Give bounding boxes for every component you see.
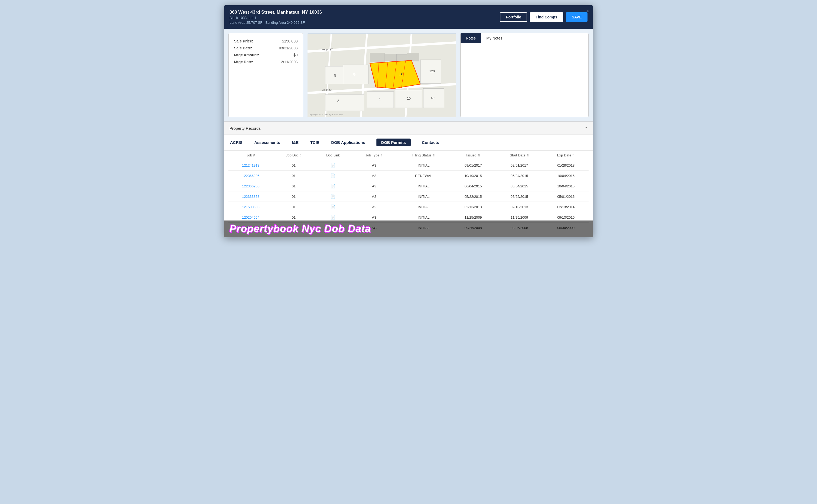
job-doc-cell: 01 <box>273 191 315 202</box>
document-icon[interactable]: 📄 <box>331 215 336 219</box>
svg-text:120: 120 <box>429 69 435 73</box>
col-start-date[interactable]: Start Date⇅ <box>495 151 543 160</box>
chevron-up-icon: ⌃ <box>584 126 587 131</box>
job-doc-cell: 01 <box>273 202 315 212</box>
start-date-cell: 02/13/2013 <box>495 202 543 212</box>
close-button[interactable]: × <box>586 8 589 14</box>
col-issued[interactable]: Issued⇅ <box>451 151 495 160</box>
notes-content <box>461 43 588 117</box>
filing-status-cell: INITIAL <box>396 212 451 223</box>
doc-link-cell[interactable]: 📄 <box>315 202 352 212</box>
svg-text:6: 6 <box>354 72 355 76</box>
job-num-cell[interactable]: 120204554 <box>229 212 273 223</box>
document-icon[interactable]: 📄 <box>331 163 336 167</box>
filing-status-cell: INITIAL <box>396 181 451 191</box>
sale-label: Mtge Date: <box>233 58 270 65</box>
table-row: 12236620601📄A3INITIAL06/04/201506/04/201… <box>229 181 588 191</box>
sale-value: $150,000 <box>270 38 299 45</box>
map-container: 18 120 5 6 2 1 10 49 W 43 ST W 44 ST Cop… <box>308 33 456 117</box>
notes-tabs: Notes My Notes <box>461 33 588 43</box>
doc-link-cell[interactable]: 📄 <box>315 181 352 191</box>
save-button[interactable]: SAVE <box>566 12 587 22</box>
document-icon[interactable]: 📄 <box>331 225 336 230</box>
sort-icon[interactable]: ⇅ <box>572 154 575 157</box>
col-doc-link: Doc Link <box>315 151 352 160</box>
col-exp-date[interactable]: Exp Date⇅ <box>543 151 588 160</box>
job-num-cell[interactable]: 110246225 <box>229 223 273 233</box>
svg-rect-7 <box>385 54 396 61</box>
svg-text:5: 5 <box>334 74 336 77</box>
property-modal: × 360 West 43rd Street, Manhattan, NY 10… <box>224 5 593 237</box>
document-icon[interactable]: 📄 <box>331 204 336 209</box>
records-tab-contacts[interactable]: Contacts <box>421 139 439 146</box>
svg-text:W 44 ST: W 44 ST <box>322 48 333 51</box>
doc-link-cell[interactable]: 📄 <box>315 212 352 223</box>
job-num-link[interactable]: 122366206 <box>242 174 260 178</box>
job-num-cell[interactable]: 122366206 <box>229 181 273 191</box>
records-tab-assessments[interactable]: Assessments <box>254 139 281 146</box>
job-type-cell: A3 <box>352 171 396 181</box>
col-job--: Job # <box>229 151 273 160</box>
sale-value: 12/11/2003 <box>270 58 299 65</box>
job-type-cell: A3 <box>352 160 396 171</box>
map-svg: 18 120 5 6 2 1 10 49 W 43 ST W 44 ST Cop… <box>308 33 456 117</box>
job-num-link[interactable]: 122333858 <box>242 195 260 199</box>
sale-info-row: Mtge Date:12/11/2003 <box>233 58 299 65</box>
job-num-cell[interactable]: 122366206 <box>229 171 273 181</box>
job-num-cell[interactable]: 121241913 <box>229 160 273 171</box>
svg-text:49: 49 <box>431 96 434 100</box>
job-num-cell[interactable]: 122333858 <box>229 191 273 202</box>
property-records-title: Property Records <box>230 126 261 131</box>
job-doc-cell: 01 <box>273 181 315 191</box>
portfolio-button[interactable]: Portfolio <box>500 12 527 22</box>
sort-icon[interactable]: ⇅ <box>433 154 435 157</box>
job-type-cell: A3 <box>352 212 396 223</box>
document-icon[interactable]: 📄 <box>331 173 336 178</box>
exp-date-cell: 10/04/2016 <box>543 171 588 181</box>
job-num-link[interactable]: 122366206 <box>242 184 260 188</box>
records-tab-acris[interactable]: ACRIS <box>230 139 243 146</box>
job-num-link[interactable]: 120204554 <box>242 215 260 219</box>
job-type-cell: A3 <box>352 181 396 191</box>
svg-text:18: 18 <box>399 72 403 76</box>
col-job-type[interactable]: Job Type⇅ <box>352 151 396 160</box>
job-num-link[interactable]: 110246225 <box>242 226 260 230</box>
doc-link-cell[interactable]: 📄 <box>315 171 352 181</box>
tab-my-notes[interactable]: My Notes <box>481 33 508 43</box>
svg-text:1: 1 <box>379 97 381 101</box>
document-icon[interactable]: 📄 <box>331 184 336 188</box>
doc-link-cell[interactable]: 📄 <box>315 223 352 233</box>
modal-body: Sale Price:$150,000Sale Date:03/31/2008M… <box>224 29 593 122</box>
issued-cell: 06/04/2015 <box>451 181 495 191</box>
filing-status-cell: INITIAL <box>396 160 451 171</box>
records-tab-dob-applications[interactable]: DOB Applications <box>331 139 366 146</box>
sort-icon[interactable]: ⇅ <box>380 154 383 157</box>
tab-notes[interactable]: Notes <box>461 33 481 43</box>
land-building-area: Land Area 25,707 SF - Building Area 249,… <box>230 21 322 25</box>
document-icon[interactable]: 📄 <box>331 194 336 199</box>
issued-cell: 09/26/2008 <box>451 223 495 233</box>
sort-icon[interactable]: ⇅ <box>478 154 480 157</box>
modal-header: 360 West 43rd Street, Manhattan, NY 1003… <box>224 5 593 29</box>
property-records-header[interactable]: Property Records ⌃ <box>224 122 593 135</box>
doc-link-cell[interactable]: 📄 <box>315 160 352 171</box>
header-actions: Portfolio Find Comps SAVE <box>500 12 587 22</box>
job-num-link[interactable]: 121500553 <box>242 205 260 209</box>
find-comps-button[interactable]: Find Comps <box>530 12 563 22</box>
block-lot: Block 1033, Lot 1 <box>230 16 322 20</box>
table-row: 11024622501📄SGINITIAL09/26/200809/26/200… <box>229 223 588 233</box>
exp-date-cell: 09/13/2010 <box>543 212 588 223</box>
records-tab-i-e[interactable]: I&E <box>291 139 299 146</box>
records-tab-dob-permits[interactable]: DOB Permits <box>376 139 411 146</box>
doc-link-cell[interactable]: 📄 <box>315 191 352 202</box>
job-doc-cell: 01 <box>273 160 315 171</box>
col-filing-status[interactable]: Filing Status⇅ <box>396 151 451 160</box>
start-date-cell: 09/26/2008 <box>495 223 543 233</box>
svg-rect-16 <box>343 65 368 84</box>
table-row: 12124191301📄A3INITIAL09/01/201709/01/201… <box>229 160 588 171</box>
records-tab-tcie[interactable]: TCIE <box>310 139 320 146</box>
job-num-link[interactable]: 121241913 <box>242 163 260 167</box>
sort-icon[interactable]: ⇅ <box>526 154 529 157</box>
job-num-cell[interactable]: 121500553 <box>229 202 273 212</box>
sale-label: Mtge Amount: <box>233 52 270 58</box>
